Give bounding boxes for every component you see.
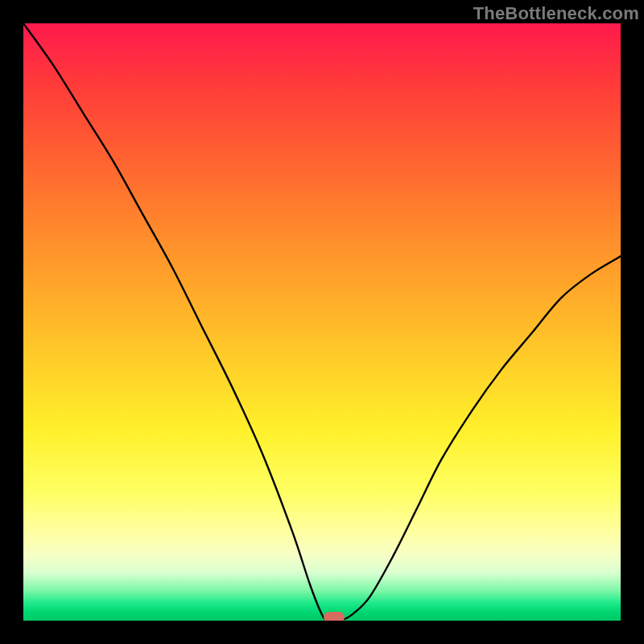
- plot-area: [23, 23, 621, 621]
- optimum-marker: [324, 612, 345, 621]
- watermark-text: TheBottleneck.com: [473, 3, 639, 24]
- bottleneck-curve: [23, 23, 621, 621]
